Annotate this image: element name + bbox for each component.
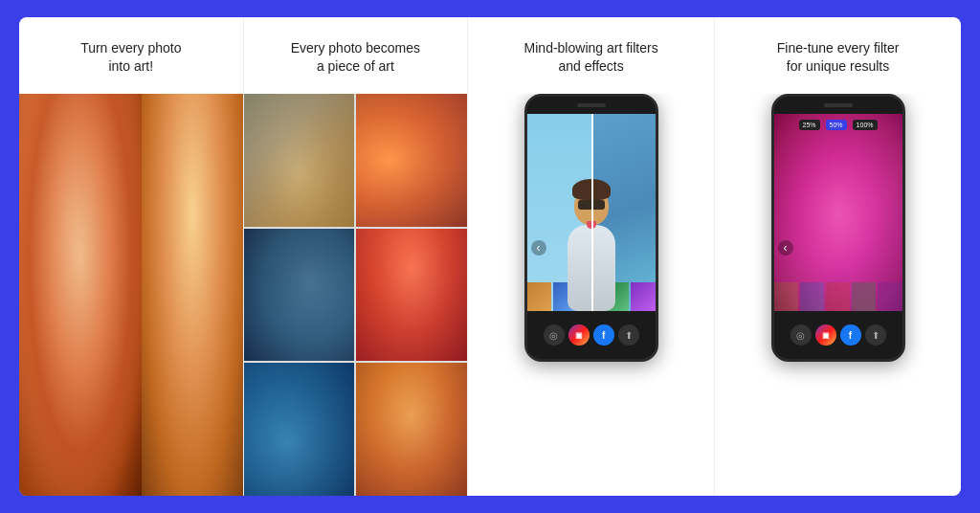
percentage-badges: 25% 50% 100% [774,120,902,130]
phone-1-top [527,97,656,114]
camera-button-2[interactable]: ◎ [791,324,812,346]
phone-2-screen: 25% 50% 100% ‹ [774,114,902,311]
instagram-button-2[interactable]: ▣ [815,324,836,346]
facebook-button-2[interactable]: f [840,324,861,346]
nav-arrow-left[interactable]: ‹ [531,240,546,256]
instagram-button[interactable]: ▣ [568,324,590,346]
filter-thumb-5[interactable] [631,282,655,311]
section-1-text: Turn every photo into art! [80,39,181,76]
phone-1-container: ‹ ◎ ▣ f ⬆ [468,94,714,496]
grid-image-4 [356,229,467,362]
nav-arrow-2-left[interactable]: ‹ [778,240,793,256]
woman-art-right [142,94,242,496]
section-1-images [19,94,243,496]
section-2-images [244,94,468,496]
action-bar-2: ◎ ▣ f ⬆ [774,324,902,346]
speaker-icon [577,103,606,107]
section-3-text: Mind-blowing art filters and effects [524,39,658,76]
phone-2-top [774,97,902,114]
section-piece-of-art: Every photo becomes a piece of art [244,17,469,496]
section-2-header: Every photo becomes a piece of art [244,17,468,94]
badge-50[interactable]: 50% [826,120,847,130]
grid-image-1 [244,94,355,227]
speaker-2-icon [824,103,853,107]
phone-2: 25% 50% 100% ‹ ◎ [771,94,905,362]
section-4-header: Fine-tune every filter for unique result… [715,17,961,94]
phone-2-container: 25% 50% 100% ‹ ◎ [715,94,961,496]
section-turn-every: Turn every photo into art! [19,17,244,496]
share-button-2[interactable]: ⬆ [865,324,886,346]
badge-25[interactable]: 25% [799,120,820,130]
filter-strip-2 [774,282,902,311]
camera-button[interactable]: ◎ [544,324,565,346]
phone-2-bottom-bar: ◎ ▣ f ⬆ [774,311,902,359]
woman-art-left [19,94,142,496]
split-divider [591,114,593,311]
section-filters: Mind-blowing art filters and effects [468,17,715,496]
phone-1-bottom-bar: ◎ ▣ f ⬆ [527,311,656,359]
section-4-text: Fine-tune every filter for unique result… [777,39,900,76]
grid-image-6 [356,363,467,496]
filter-thumb-2-5[interactable] [878,282,902,311]
share-button[interactable]: ⬆ [618,324,639,346]
filter-thumb-2-4[interactable] [852,282,876,311]
main-card: Turn every photo into art! Every photo b… [19,17,961,496]
filter-thumb-2-3[interactable] [826,282,850,311]
filter-thumb-1[interactable] [527,282,551,311]
grid-image-2 [356,94,467,227]
section-3-header: Mind-blowing art filters and effects [468,17,714,94]
phone-1: ‹ ◎ ▣ f ⬆ [524,94,658,362]
section-2-text: Every photo becomes a piece of art [291,39,420,76]
phone-1-screen: ‹ [527,114,656,311]
filter-thumb-2-2[interactable] [800,282,824,311]
action-bar-1: ◎ ▣ f ⬆ [527,324,656,346]
grid-image-5 [244,363,355,496]
section-fine-tune: Fine-tune every filter for unique result… [715,17,961,496]
badge-100[interactable]: 100% [853,120,878,130]
facebook-button[interactable]: f [593,324,614,346]
grid-image-3 [244,229,355,362]
filter-thumb-2-1[interactable] [774,282,798,311]
section-1-header: Turn every photo into art! [19,17,243,94]
